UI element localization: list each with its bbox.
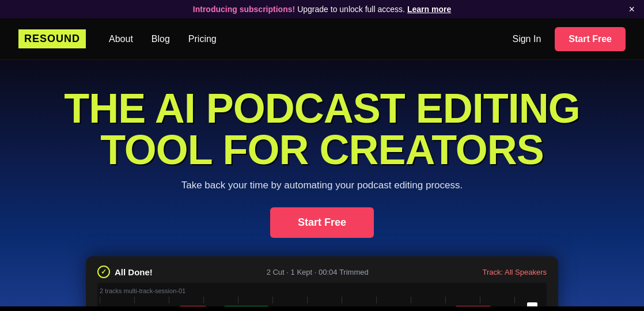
sign-in-button[interactable]: Sign In (512, 34, 541, 44)
playhead-handle (527, 302, 537, 306)
nav-link-pricing[interactable]: Pricing (188, 34, 217, 44)
nav-links: About Blog Pricing (109, 34, 512, 44)
learn-more-link[interactable]: Learn more (407, 5, 451, 14)
start-free-nav-button[interactable]: Start Free (555, 27, 626, 51)
announcement-text: Upgrade to unlock full access. (297, 5, 405, 14)
waveform-ruler (100, 297, 544, 304)
done-label: All Done! (115, 267, 153, 277)
hero-title-line1: THE AI PODCAST EDITING (64, 85, 579, 131)
nav-link-about[interactable]: About (109, 34, 133, 44)
logo[interactable]: RESOUND (18, 29, 86, 48)
track-value: All Speakers (505, 268, 547, 276)
waveform-area: 2 tracks multi-track-session-01 (97, 283, 547, 306)
demo-stats: 2 Cut · 1 Kept · 00:04 Trimmed (267, 268, 369, 276)
close-announcement-button[interactable]: × (628, 4, 635, 14)
hero-subtitle: Take back your time by automating your p… (18, 180, 626, 191)
hero-title: THE AI PODCAST EDITING TOOL FOR CREATORS (18, 88, 626, 170)
hero-title-line2: TOOL FOR CREATORS (100, 127, 544, 173)
demo-top-row: ✓ All Done! 2 Cut · 1 Kept · 00:04 Trimm… (97, 266, 547, 278)
track-label: Track: (482, 268, 503, 276)
done-badge: ✓ All Done! (97, 266, 153, 278)
nav-link-blog[interactable]: Blog (151, 34, 170, 44)
announcement-highlight: Introducing subscriptions! (193, 5, 295, 14)
demo-track: Track: All Speakers (482, 268, 547, 276)
waveform-tracks (100, 306, 544, 306)
hero-section: THE AI PODCAST EDITING TOOL FOR CREATORS… (0, 60, 644, 306)
navbar: RESOUND About Blog Pricing Sign In Start… (0, 18, 644, 60)
check-icon: ✓ (97, 266, 110, 278)
playhead (532, 306, 533, 306)
nav-right: Sign In Start Free (512, 27, 626, 51)
track-file-label: 2 tracks multi-track-session-01 (100, 287, 544, 294)
demo-card: ✓ All Done! 2 Cut · 1 Kept · 00:04 Trimm… (86, 256, 558, 306)
announcement-bar: Introducing subscriptions! Upgrade to un… (0, 0, 644, 18)
waveform-svg (100, 306, 544, 306)
start-free-hero-button[interactable]: Start Free (270, 207, 374, 238)
